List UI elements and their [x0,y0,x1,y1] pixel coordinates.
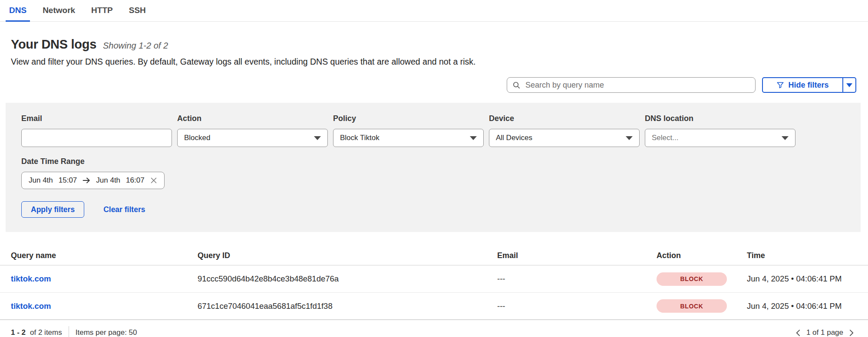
log-type-tabs: DNS Network HTTP SSH [0,0,868,22]
column-header-action: Action [657,251,747,260]
clear-date-range-icon[interactable] [150,177,157,184]
action-filter-label: Action [177,114,328,123]
caret-down-icon [626,136,633,140]
email-filter-field: Email [21,114,172,147]
action-block-badge: BLOCK [657,299,727,313]
dns-location-filter-label: DNS location [645,114,795,123]
query-id-cell: 671c1ce7046041eaa5681af5c1fd1f38 [198,301,497,311]
device-filter-field: Device All Devices [489,114,640,147]
date-range-start-date: Jun 4th [29,176,53,185]
items-per-page[interactable]: Items per page: 50 [76,328,137,337]
date-range-field: Date Time Range Jun 4th 15:07 Jun 4th 16… [21,157,845,189]
action-filter-select[interactable]: Blocked [177,129,328,147]
hide-filters-label: Hide filters [788,81,828,90]
action-filter-value: Blocked [184,134,210,142]
page-title: Your DNS logs [11,37,96,52]
page-description: View and filter your DNS queries. By def… [11,57,856,67]
filter-actions: Apply filters Clear filters [21,201,845,218]
policy-filter-select[interactable]: Block Tiktok [333,129,484,147]
time-cell: Jun 4, 2025 • 04:06:41 PM [747,274,857,284]
tab-http[interactable]: HTTP [88,0,116,22]
chevron-right-icon [848,329,855,337]
search-icon [512,81,521,89]
showing-count: Showing 1-2 of 2 [103,41,168,51]
dns-location-filter-field: DNS location Select... [645,114,795,147]
column-header-query-name: Query name [11,251,198,260]
arrow-right-icon [83,177,90,184]
column-header-email: Email [497,251,657,260]
items-count: of 2 items [30,328,62,337]
date-range-picker[interactable]: Jun 4th 15:07 Jun 4th 16:07 [21,172,165,189]
apply-filters-button[interactable]: Apply filters [21,201,84,218]
table-header-row: Query name Query ID Email Action Time [0,246,868,265]
search-box[interactable] [507,77,756,93]
date-range-start-time: 15:07 [59,176,77,185]
caret-down-icon [846,83,852,87]
date-range-label: Date Time Range [21,157,845,166]
filters-dropdown-toggle[interactable] [842,78,855,92]
caret-down-icon [782,136,789,140]
action-filter-field: Action Blocked [177,114,328,147]
device-filter-label: Device [489,114,640,123]
action-block-badge: BLOCK [657,272,727,286]
table-footer: 1 - 2 of 2 items Items per page: 50 1 of… [0,320,868,337]
table-row: tiktok.com 91ccc590d64b42e8b4ce3b48e81de… [0,265,868,293]
query-name-link[interactable]: tiktok.com [11,301,198,311]
dns-logs-table: Query name Query ID Email Action Time ti… [0,246,868,337]
chevron-left-icon [795,329,802,337]
tab-dns[interactable]: DNS [6,0,30,22]
items-range: 1 - 2 [11,328,26,337]
column-header-time: Time [747,251,857,260]
toolbar: Hide filters [11,77,856,93]
previous-page-button[interactable] [795,329,802,337]
tab-ssh[interactable]: SSH [125,0,149,22]
dns-location-filter-value: Select... [652,134,678,142]
policy-filter-value: Block Tiktok [340,134,380,142]
device-filter-value: All Devices [496,134,532,142]
table-row: tiktok.com 671c1ce7046041eaa5681af5c1fd1… [0,293,868,320]
policy-filter-field: Policy Block Tiktok [333,114,484,147]
caret-down-icon [470,136,477,140]
email-cell: --- [497,301,657,311]
clear-filters-link[interactable]: Clear filters [103,205,145,214]
filter-panel: Email Action Blocked Policy Block Tiktok… [6,103,861,232]
caret-down-icon [314,136,321,140]
footer-divider [69,326,69,337]
hide-filters-button[interactable]: Hide filters [763,78,842,92]
dns-location-filter-select[interactable]: Select... [645,129,795,147]
page-header: Your DNS logs Showing 1-2 of 2 View and … [11,37,856,67]
policy-filter-label: Policy [333,114,484,123]
date-range-end-time: 16:07 [126,176,145,185]
search-input[interactable] [525,80,750,90]
email-filter-label: Email [21,114,172,123]
time-cell: Jun 4, 2025 • 04:06:41 PM [747,301,857,311]
email-cell: --- [497,274,657,284]
column-header-query-id: Query ID [198,251,497,260]
device-filter-select[interactable]: All Devices [489,129,640,147]
next-page-button[interactable] [848,329,855,337]
query-name-link[interactable]: tiktok.com [11,274,198,284]
filter-funnel-icon [776,81,784,89]
tab-network[interactable]: Network [39,0,79,22]
date-range-end-date: Jun 4th [96,176,120,185]
hide-filters-split-button: Hide filters [762,77,856,93]
query-id-cell: 91ccc590d64b42e8b4ce3b48e81de76a [198,274,497,284]
email-filter-input[interactable] [21,129,172,147]
page-indicator: 1 of 1 page [806,328,843,337]
